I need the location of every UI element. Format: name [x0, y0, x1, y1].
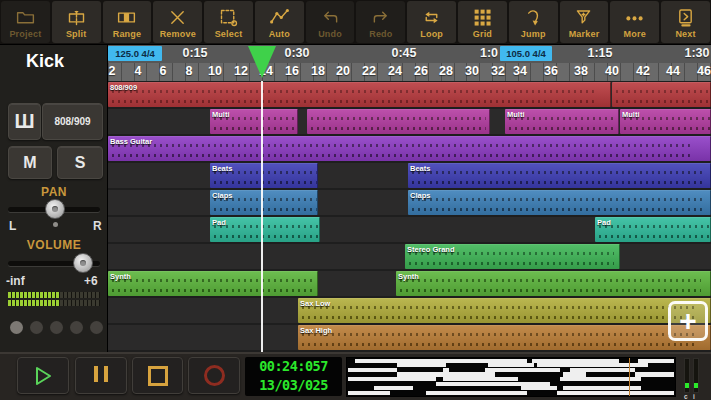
page-dot[interactable] — [90, 321, 103, 334]
toolbar-button-jump[interactable]: Jump — [509, 1, 558, 43]
solo-button[interactable]: S — [57, 146, 103, 179]
audio-clip[interactable]: Stereo Grand — [405, 244, 620, 269]
toolbar-button-more[interactable]: More — [610, 1, 659, 43]
ruler-time-label: 0:15 — [182, 46, 207, 60]
toolbar-button-range[interactable]: Range — [103, 1, 152, 43]
toolbar-button-label: Loop — [420, 29, 443, 39]
clip-label: Multi — [622, 110, 640, 119]
playhead-handle[interactable] — [248, 46, 276, 78]
ruler-bar-number: 26 — [414, 64, 428, 78]
audio-clip[interactable]: Claps — [408, 190, 711, 215]
toolbar-button-label: Project — [9, 29, 41, 39]
page-dot[interactable] — [50, 321, 63, 334]
track-control-panel: Kick Ш 808/909 M S PAN L R VOLUME -inf +… — [0, 45, 108, 352]
toolbar-button-undo[interactable]: Undo — [306, 1, 355, 43]
track-lane-multi: MultiMultiMulti — [108, 109, 711, 134]
toolbar-button-loop[interactable]: Loop — [407, 1, 456, 43]
clip-label: Pad — [212, 218, 226, 227]
tempo-signature-badge[interactable]: 105.0 4/4 — [500, 46, 552, 61]
toolbar-button-marker[interactable]: Marker — [560, 1, 609, 43]
toolbar-button-remove[interactable]: Remove — [153, 1, 202, 43]
clip-label: Synth — [398, 272, 419, 281]
date-display: 13/03/025 — [245, 376, 342, 395]
audio-clip[interactable]: 808/909 — [108, 82, 611, 107]
toolbar-button-auto[interactable]: Auto — [255, 1, 304, 43]
toolbar-button-next[interactable]: Next — [661, 1, 710, 43]
audio-clip[interactable] — [612, 82, 711, 107]
audio-clip[interactable]: Synth — [396, 271, 711, 296]
toolbar-button-project[interactable]: Project — [1, 1, 50, 43]
tempo-signature-badge[interactable]: 125.0 4/4 — [108, 46, 162, 61]
project-folder-icon — [15, 5, 36, 29]
page-dot[interactable] — [30, 321, 43, 334]
audio-clip[interactable]: Pad — [210, 217, 320, 242]
audio-clip[interactable]: Synth — [108, 271, 318, 296]
ruler-bar-row[interactable]: 2468101214161820222426283032343638404244… — [108, 63, 711, 81]
ruler-time-label: 1:15 — [587, 46, 612, 60]
audio-clip[interactable]: Multi — [210, 109, 298, 134]
toolbar-button-split[interactable]: Split — [52, 1, 101, 43]
track-lane-beats: BeatsBeats — [108, 163, 711, 188]
add-clip-button[interactable]: + — [668, 301, 708, 341]
mute-button[interactable]: M — [8, 146, 52, 179]
range-icon — [116, 5, 137, 29]
audio-clip[interactable]: Sax Low — [298, 298, 711, 323]
ruler-bar-number: 16 — [285, 64, 299, 78]
ruler-bar-number: 30 — [465, 64, 479, 78]
song-overview-minimap[interactable] — [346, 357, 676, 397]
audio-clip[interactable]: Multi — [620, 109, 711, 134]
level-meter-top — [8, 292, 100, 298]
overview-row — [348, 359, 674, 363]
audio-clip[interactable]: Beats — [408, 163, 711, 188]
daw-app-window: ProjectSplitRangeRemoveSelectAutoUndoRed… — [0, 0, 711, 400]
drum-kit-button[interactable]: 808/909 — [42, 103, 103, 140]
play-button[interactable] — [17, 357, 69, 394]
toolbar-button-select[interactable]: Select — [204, 1, 253, 43]
audio-clip[interactable] — [307, 109, 490, 134]
cpu-meter — [684, 358, 690, 393]
clip-label: Beats — [410, 164, 430, 173]
page-dot[interactable] — [10, 321, 23, 334]
level-meter-bottom — [8, 300, 100, 306]
volume-knob[interactable] — [73, 253, 93, 273]
transport-bar: 00:24:057 13/03/025 c i — [0, 352, 711, 400]
pause-button[interactable] — [75, 357, 127, 394]
clip-label: Sax Low — [300, 299, 330, 308]
record-button[interactable] — [188, 357, 240, 394]
overview-row — [348, 391, 674, 395]
overview-gap — [534, 363, 537, 367]
ruler-bar-number: 12 — [234, 64, 248, 78]
audio-clip[interactable]: Bass Guitar — [108, 136, 711, 161]
ruler-time-row[interactable]: 0:150:300:451:01:151:30125.0 4/4105.0 4/… — [108, 45, 711, 63]
io-meter — [693, 358, 699, 393]
stop-button[interactable] — [132, 357, 183, 394]
audio-clip[interactable]: Claps — [210, 190, 318, 215]
audio-clip[interactable]: Sax High — [298, 325, 711, 350]
page-dot[interactable] — [70, 321, 83, 334]
track-lane-claps: ClapsClaps — [108, 190, 711, 215]
track-lane-sax-low: Sax Low — [108, 298, 711, 323]
toolbar-button-redo[interactable]: Redo — [356, 1, 405, 43]
toolbar-button-label: Range — [113, 29, 142, 39]
more-dots-icon — [624, 5, 645, 29]
overview-row — [348, 382, 674, 386]
cpu-meter-label: c — [684, 393, 688, 400]
split-icon — [66, 5, 87, 29]
toolbar-button-grid[interactable]: Grid — [458, 1, 507, 43]
audio-clip[interactable]: Beats — [210, 163, 318, 188]
track-lane-sax-high: Sax High — [108, 325, 711, 350]
ruler-time-label: 0:45 — [391, 46, 416, 60]
audio-clip[interactable]: Pad — [595, 217, 711, 242]
ruler-time-label: 1:0 — [480, 46, 498, 60]
ruler-bar-number: 38 — [574, 64, 588, 78]
pause-icon — [91, 366, 111, 385]
overview-gap — [348, 382, 436, 386]
pattern-editor-button[interactable]: Ш — [8, 103, 41, 140]
overview-gap — [550, 382, 674, 386]
io-meter-label: i — [693, 393, 695, 400]
pan-center-detent — [53, 222, 58, 227]
ruler-bar-number: 42 — [636, 64, 650, 78]
audio-clip[interactable]: Multi — [505, 109, 619, 134]
pan-knob[interactable] — [45, 199, 65, 219]
overview-row — [348, 377, 674, 381]
